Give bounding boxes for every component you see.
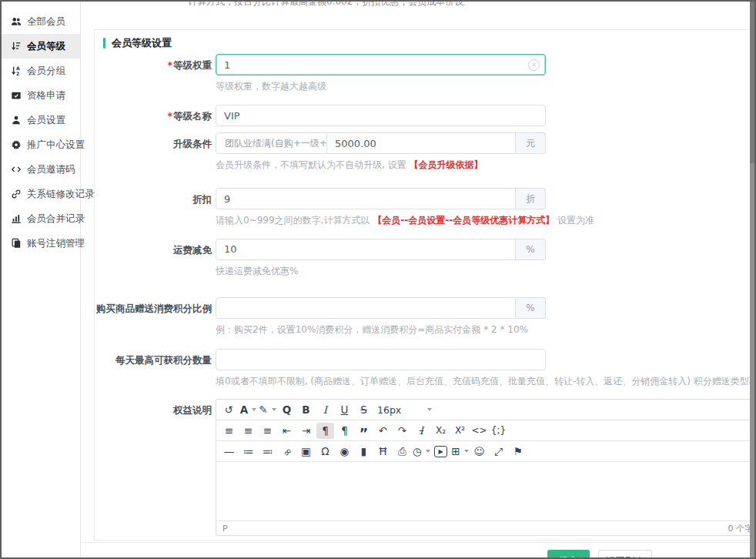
clear-input-icon[interactable]: × bbox=[528, 59, 540, 71]
emoji-icon[interactable]: ☺ bbox=[470, 444, 488, 460]
upgrade-condition-select[interactable]: 团队业绩满(自购+一级+二级) bbox=[216, 132, 327, 154]
submit-button[interactable]: 提交 bbox=[547, 550, 590, 559]
unit-zhe-suffix: 折 bbox=[516, 188, 546, 209]
member-level-settings-card: 会员等级设置 *等级权重 × 等级权重，数字越大越高级 *等级名称 bbox=[94, 29, 756, 541]
unit-yuan-suffix: 元 bbox=[516, 132, 546, 154]
redo-icon[interactable]: ↷ bbox=[393, 423, 411, 439]
sidebar-item-member-groups[interactable]: A2 会员分组 bbox=[2, 59, 80, 83]
discount-helper: 请输入0~999之间的数字,计算方式以 【会员--会员设置--会员等级优惠计算方… bbox=[216, 214, 756, 226]
points-ratio-row: 购买商品赠送消费积分比例 % 例：购买2件，设置10%消费积分，赠送消费积分=商… bbox=[95, 297, 756, 336]
sidebar-item-label: 资格申请 bbox=[27, 89, 65, 102]
align-right-icon[interactable]: ≡ bbox=[259, 423, 276, 439]
code-block-icon[interactable]: {;} bbox=[490, 423, 507, 439]
level-name-label: *等级名称 bbox=[95, 105, 212, 122]
superscript-icon[interactable]: X² bbox=[451, 423, 469, 439]
history-icon[interactable]: ↺ bbox=[220, 402, 238, 418]
editor-content-area[interactable] bbox=[216, 462, 756, 521]
sidebar-item-merge-records[interactable]: 会员合并记录 bbox=[2, 206, 80, 231]
subscript-icon[interactable]: X₂ bbox=[432, 423, 450, 439]
discount-input[interactable] bbox=[216, 188, 516, 209]
sidebar-item-account-cancellation[interactable]: 账号注销管理 bbox=[2, 231, 80, 256]
footer-bar bbox=[82, 542, 756, 559]
bold-icon[interactable]: B bbox=[297, 402, 315, 418]
unit-percent-suffix: % bbox=[516, 297, 546, 319]
table-icon[interactable]: ⊞ bbox=[451, 444, 469, 460]
level-weight-helper: 等级权重，数字越大越高级 bbox=[216, 80, 756, 92]
level-weight-input[interactable] bbox=[216, 54, 546, 75]
italic-icon[interactable]: I bbox=[316, 402, 334, 418]
media-icon[interactable]: ◉ bbox=[336, 444, 353, 460]
sidebar-item-invite-code[interactable]: 会员邀请码 bbox=[2, 157, 80, 182]
upgrade-condition-helper: 会员升级条件，不填写默认为不自动升级, 设置 【会员升级依据】 bbox=[216, 159, 756, 171]
sort-amount-icon bbox=[11, 41, 22, 52]
back-to-list-button[interactable]: 返回列表 bbox=[598, 550, 652, 559]
numbered-list-icon[interactable]: ≕ bbox=[259, 444, 276, 460]
link-icon[interactable]: ∞ bbox=[275, 441, 299, 462]
sort-alpha-icon: A2 bbox=[11, 65, 22, 76]
search-icon[interactable]: Q bbox=[278, 402, 296, 418]
freight-reduction-input[interactable] bbox=[216, 239, 516, 260]
archive-check-icon bbox=[11, 90, 22, 101]
bookmark-icon[interactable]: ▮ bbox=[355, 444, 373, 460]
paragraph-ltr-icon[interactable]: ¶ bbox=[316, 423, 334, 439]
sidebar-item-qualification[interactable]: 资格申请 bbox=[2, 83, 80, 108]
fullscreen-icon[interactable]: ⤢ bbox=[490, 444, 507, 460]
special-character-icon[interactable]: Ω bbox=[316, 444, 334, 460]
underline-icon[interactable]: U bbox=[336, 402, 353, 418]
horizontal-rule-icon[interactable]: — bbox=[220, 444, 238, 460]
chevron-down-icon bbox=[427, 408, 432, 411]
freight-reduction-helper: 快递运费减免优惠% bbox=[216, 265, 756, 277]
chevron-down-icon bbox=[252, 408, 256, 411]
align-center-icon[interactable]: ≡ bbox=[239, 423, 257, 439]
freight-reduction-label: 运费减免 bbox=[95, 239, 212, 256]
upgrade-amount-input[interactable] bbox=[327, 132, 516, 154]
insert-time-icon[interactable]: ◷ bbox=[413, 444, 430, 460]
gear-icon bbox=[11, 139, 22, 150]
rich-text-editor: ↺A✎QBIUS16px ≡≡≡⇤⇥¶¶”↶↷IX₂X²<>{;} —≔≕∞▣Ω… bbox=[216, 399, 756, 536]
discount-calc-link[interactable]: 【会员--会员设置--会员等级优惠计算方式】 bbox=[373, 215, 554, 226]
sidebar-item-label: 推广中心设置 bbox=[27, 139, 85, 152]
scrollbar[interactable] bbox=[750, 2, 754, 557]
page-break-icon[interactable]: Ħ bbox=[374, 444, 392, 460]
upgrade-basis-link[interactable]: 【会员升级依据】 bbox=[409, 159, 483, 170]
scrollbar-thumb[interactable] bbox=[750, 2, 754, 163]
daily-points-helper: 填0或者不填即不限制, (商品赠送、订单赠送、后台充值、充值码充值、批量充值、转… bbox=[216, 375, 756, 387]
blockquote-icon[interactable]: ” bbox=[355, 420, 373, 441]
print-icon[interactable]: ⎙ bbox=[393, 444, 411, 460]
points-ratio-input[interactable] bbox=[216, 297, 516, 319]
sidebar-item-all-members[interactable]: 全部会员 bbox=[2, 9, 80, 34]
sidebar-item-member-levels[interactable]: 会员等级 bbox=[2, 34, 80, 59]
editor-toolbar-row-1: ↺A✎QBIUS16px bbox=[216, 400, 756, 420]
paragraph-rtl-icon[interactable]: ¶ bbox=[336, 423, 353, 439]
sidebar-item-promotion-settings[interactable]: 推广中心设置 bbox=[2, 132, 80, 157]
bulleted-list-icon[interactable]: ≔ bbox=[239, 444, 257, 460]
format-painter-icon[interactable]: ⚑ bbox=[509, 444, 527, 460]
code-icon bbox=[11, 164, 22, 175]
strikethrough-icon[interactable]: S bbox=[355, 402, 373, 418]
highlight-pen-icon[interactable]: ✎ bbox=[259, 402, 276, 418]
level-weight-row: *等级权重 × 等级权重，数字越大越高级 bbox=[95, 54, 756, 92]
font-color-icon[interactable]: A bbox=[239, 402, 257, 418]
sidebar: 全部会员 会员等级 A2 会员分组 资格申请 会员设置 推广中心设置 会员邀请码 bbox=[2, 2, 81, 557]
level-name-input[interactable] bbox=[216, 105, 546, 126]
sidebar-item-label: 全部会员 bbox=[27, 15, 65, 28]
outdent-icon[interactable]: ⇤ bbox=[278, 423, 296, 439]
video-icon[interactable]: ▶ bbox=[434, 446, 447, 457]
card-header: 会员等级设置 bbox=[95, 30, 756, 50]
points-ratio-label: 购买商品赠送消费积分比例 bbox=[95, 297, 212, 315]
sidebar-item-relation-records[interactable]: 关系链修改记录 bbox=[2, 182, 80, 206]
chevron-down-icon bbox=[464, 450, 469, 453]
align-left-icon[interactable]: ≡ bbox=[220, 423, 238, 439]
undo-icon[interactable]: ↶ bbox=[374, 423, 392, 439]
inline-code-icon[interactable]: <> bbox=[470, 423, 488, 439]
image-icon[interactable]: ▣ bbox=[297, 444, 315, 460]
main-content: 计算方式，按百分比计算最高金额0.002，折扣优惠，会员成本价设置为100% 会… bbox=[82, 2, 754, 557]
indent-icon[interactable]: ⇥ bbox=[297, 423, 315, 439]
sidebar-item-member-settings[interactable]: 会员设置 bbox=[2, 108, 80, 132]
font-size-select-icon[interactable]: 16px bbox=[374, 402, 435, 418]
app-window: 全部会员 会员等级 A2 会员分组 资格申请 会员设置 推广中心设置 会员邀请码 bbox=[0, 0, 756, 559]
accent-bar bbox=[103, 38, 105, 49]
clear-format-icon[interactable]: I bbox=[413, 423, 430, 439]
chevron-down-icon bbox=[272, 408, 276, 411]
daily-points-input[interactable] bbox=[216, 349, 546, 370]
